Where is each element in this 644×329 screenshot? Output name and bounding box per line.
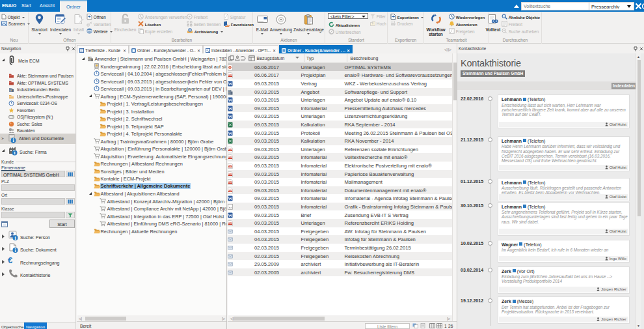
svg-text:PDF: PDF bbox=[228, 165, 232, 167]
svg-text:PDF: PDF bbox=[228, 190, 232, 192]
svg-text:PDF: PDF bbox=[228, 222, 232, 225]
svg-text:PDF: PDF bbox=[228, 181, 232, 184]
svg-text:i: i bbox=[14, 150, 15, 156]
svg-text:i: i bbox=[14, 235, 16, 241]
svg-text:i: i bbox=[14, 248, 16, 253]
svg-text:i: i bbox=[12, 137, 14, 143]
svg-text:PDF: PDF bbox=[228, 156, 232, 159]
svg-text:PDF: PDF bbox=[228, 74, 232, 77]
svg-text:PDF: PDF bbox=[228, 149, 232, 151]
svg-text:PDF: PDF bbox=[228, 173, 232, 176]
